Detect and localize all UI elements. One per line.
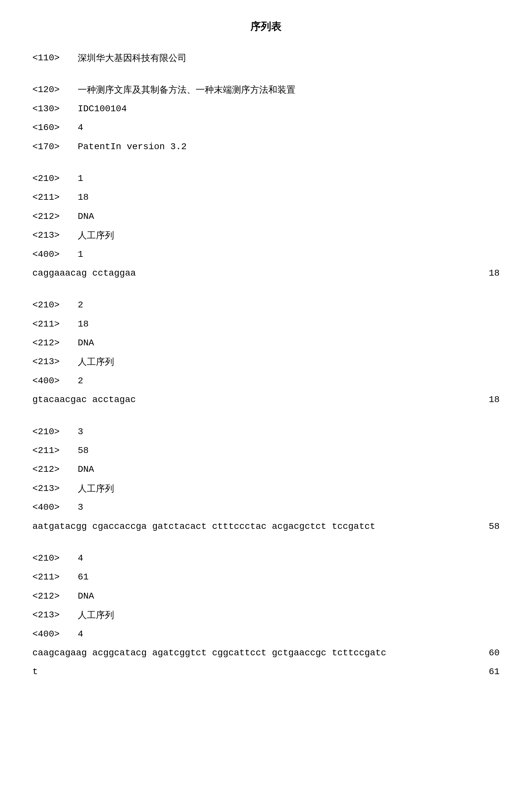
val-213: 人工序列: [78, 354, 500, 370]
val-160: 4: [78, 120, 500, 136]
seq4-line1: t 61: [32, 664, 500, 680]
entry-160: <160> 4: [32, 120, 500, 136]
tag-210: <210>: [32, 424, 78, 440]
tag-210: <210>: [32, 170, 78, 187]
sequence-number: 18: [474, 265, 500, 281]
tag-211: <211>: [32, 316, 78, 332]
sequence-text: t: [32, 664, 474, 680]
sequence-text: aatgatacgg cgaccaccga gatctacact ctttccc…: [32, 518, 474, 535]
seq3-212: <212> DNA: [32, 461, 500, 478]
seq3-400: <400> 3: [32, 499, 500, 515]
val-213: 人工序列: [78, 607, 500, 623]
seq3-210: <210> 3: [32, 424, 500, 440]
val-210: 1: [78, 170, 500, 187]
seq4-line0: caagcagaag acggcatacg agatcggtct cggcatt…: [32, 645, 500, 661]
val-400: 1: [78, 247, 500, 263]
tag-213: <213>: [32, 481, 78, 497]
tag-210: <210>: [32, 550, 78, 567]
seq4-212: <212> DNA: [32, 588, 500, 604]
seq4-210: <210> 4: [32, 550, 500, 567]
val-212: DNA: [78, 208, 500, 225]
entry-120: <120> 一种测序文库及其制备方法、一种末端测序方法和装置: [32, 82, 500, 98]
tag-213: <213>: [32, 227, 78, 244]
seq1-400: <400> 1: [32, 247, 500, 263]
tag-400: <400>: [32, 626, 78, 642]
tag-210: <210>: [32, 297, 78, 313]
entry-110: <110> 深圳华大基因科技有限公司: [32, 50, 500, 66]
sequence-text: caggaaacag cctaggaa: [32, 265, 474, 281]
val-110: 深圳华大基因科技有限公司: [78, 50, 500, 66]
sequence-number: 60: [474, 645, 500, 661]
val-130: IDC100104: [78, 101, 500, 117]
val-400: 3: [78, 499, 500, 515]
tag-170: <170>: [32, 139, 78, 155]
seq2-212: <212> DNA: [32, 335, 500, 351]
sequence-number: 61: [474, 664, 500, 680]
val-400: 2: [78, 373, 500, 389]
seq1-line0: caggaaacag cctaggaa 18: [32, 265, 500, 281]
val-212: DNA: [78, 461, 500, 478]
page-title: 序列表: [32, 20, 500, 34]
seq2-213: <213> 人工序列: [32, 354, 500, 370]
tag-213: <213>: [32, 354, 78, 370]
val-213: 人工序列: [78, 227, 500, 244]
seq2-211: <211> 18: [32, 316, 500, 332]
seq4-400: <400> 4: [32, 626, 500, 642]
val-170: PatentIn version 3.2: [78, 139, 500, 155]
tag-400: <400>: [32, 247, 78, 263]
tag-213: <213>: [32, 607, 78, 623]
tag-120: <120>: [32, 82, 78, 98]
tag-211: <211>: [32, 189, 78, 206]
tag-400: <400>: [32, 373, 78, 389]
val-212: DNA: [78, 335, 500, 351]
sequence-number: 18: [474, 392, 500, 408]
seq3-line0: aatgatacgg cgaccaccga gatctacact ctttccc…: [32, 518, 500, 535]
tag-400: <400>: [32, 499, 78, 515]
seq1-211: <211> 18: [32, 189, 500, 206]
val-211: 61: [78, 569, 500, 585]
sequence-number: 58: [474, 518, 500, 535]
seq3-211: <211> 58: [32, 443, 500, 459]
seq4-211: <211> 61: [32, 569, 500, 585]
tag-212: <212>: [32, 588, 78, 604]
tag-212: <212>: [32, 208, 78, 225]
seq3-213: <213> 人工序列: [32, 481, 500, 497]
seq4-213: <213> 人工序列: [32, 607, 500, 623]
val-210: 4: [78, 550, 500, 567]
val-120: 一种测序文库及其制备方法、一种末端测序方法和装置: [78, 82, 500, 98]
tag-212: <212>: [32, 335, 78, 351]
seq2-line0: gtacaacgac acctagac 18: [32, 392, 500, 408]
val-211: 58: [78, 443, 500, 459]
tag-211: <211>: [32, 443, 78, 459]
seq2-400: <400> 2: [32, 373, 500, 389]
val-211: 18: [78, 316, 500, 332]
entry-170: <170> PatentIn version 3.2: [32, 139, 500, 155]
entry-130: <130> IDC100104: [32, 101, 500, 117]
val-210: 3: [78, 424, 500, 440]
tag-130: <130>: [32, 101, 78, 117]
seq1-212: <212> DNA: [32, 208, 500, 225]
seq1-210: <210> 1: [32, 170, 500, 187]
tag-110: <110>: [32, 50, 78, 66]
tag-212: <212>: [32, 461, 78, 478]
sequence-text: gtacaacgac acctagac: [32, 392, 474, 408]
seq1-213: <213> 人工序列: [32, 227, 500, 244]
val-211: 18: [78, 189, 500, 206]
val-212: DNA: [78, 588, 500, 604]
seq2-210: <210> 2: [32, 297, 500, 313]
tag-160: <160>: [32, 120, 78, 136]
val-400: 4: [78, 626, 500, 642]
val-213: 人工序列: [78, 481, 500, 497]
tag-211: <211>: [32, 569, 78, 585]
val-210: 2: [78, 297, 500, 313]
sequence-text: caagcagaag acggcatacg agatcggtct cggcatt…: [32, 645, 474, 661]
